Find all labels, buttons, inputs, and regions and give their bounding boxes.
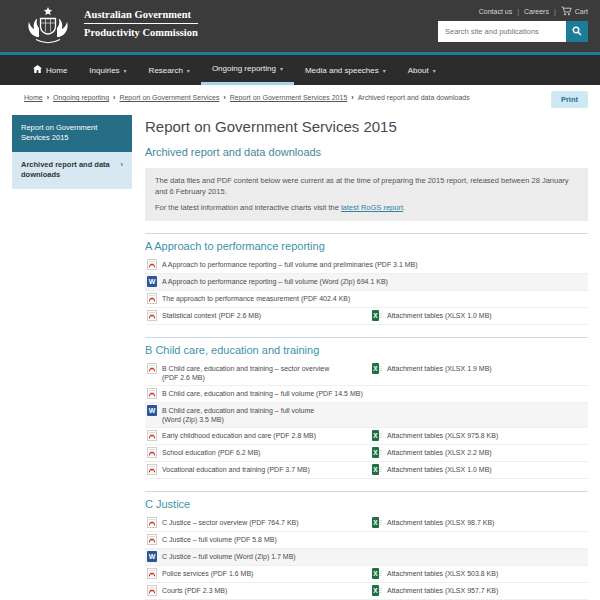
nav-item-ongoing-reporting[interactable]: Ongoing reporting▾ — [201, 55, 294, 85]
attachment-cell: XAttachment tables (XLSX 503.8 KB) — [372, 569, 586, 579]
print-button[interactable]: Print — [551, 91, 588, 108]
chevron-right-icon: › — [121, 160, 124, 181]
attachment-cell: XAttachment tables (XLSX 1.0 MB) — [372, 311, 586, 321]
breadcrumb: Home›Ongoing reporting›Report on Governm… — [24, 92, 504, 104]
file-link[interactable]: A Approach to performance reporting – fu… — [162, 277, 388, 286]
section-heading: B Child care, education and training — [145, 344, 588, 356]
breadcrumb-link[interactable]: Report on Government Services 2015 — [230, 94, 348, 101]
excel-icon: X — [372, 447, 382, 458]
attachment-link[interactable]: Attachment tables (XLSX 2.2 MB) — [387, 448, 492, 457]
section-heading: A Approach to performance reporting — [145, 240, 588, 252]
section-b: B Child care, education and trainingB Ch… — [145, 337, 588, 479]
attachment-cell: XAttachment tables (XLSX 1.0 MB) — [372, 465, 586, 475]
attachment-cell: XAttachment tables (XLSX 957.7 KB) — [372, 586, 586, 596]
attachment-link[interactable]: Attachment tables (XLSX 503.8 KB) — [387, 569, 498, 578]
svg-text:X: X — [373, 449, 378, 456]
sidebar-item-rogs-2015[interactable]: Report on Government Services 2015 — [12, 115, 132, 152]
nav-item-home[interactable]: Home — [22, 55, 78, 85]
word-icon: W — [147, 405, 157, 416]
chevron-down-icon: ▾ — [280, 65, 283, 72]
file-link[interactable]: C Justice – full volume (PDF 5.8 MB) — [162, 535, 277, 544]
pdf-icon — [147, 259, 157, 270]
chevron-down-icon: ▾ — [383, 67, 386, 74]
chevron-down-icon: ▾ — [433, 67, 436, 74]
svg-text:W: W — [149, 407, 156, 414]
main-panel: Report on Government Services 2015 Archi… — [145, 115, 588, 600]
search-input[interactable] — [438, 21, 566, 42]
site-header: Australian Government Productivity Commi… — [0, 0, 600, 55]
file-cell: A Approach to performance reporting – fu… — [147, 260, 586, 270]
file-link[interactable]: School education (PDF 6.2 MB) — [162, 448, 260, 457]
file-cell: The approach to performance measurement … — [147, 294, 586, 304]
pdf-icon — [147, 517, 157, 528]
latest-rogs-link[interactable]: latest RoGS report — [341, 203, 403, 212]
breadcrumb-separator: › — [47, 94, 49, 101]
cart-link[interactable]: Cart — [561, 6, 588, 17]
file-row: Vocational education and training (PDF 3… — [145, 462, 588, 479]
file-row: WA Approach to performance reporting – f… — [145, 274, 588, 291]
utility-link-label: Cart — [575, 8, 588, 15]
file-link[interactable]: C Justice – sector overview (PDF 764.7 K… — [162, 518, 299, 527]
breadcrumb-link[interactable]: Home — [24, 94, 43, 101]
nav-item-label: About — [408, 66, 429, 75]
attachment-link[interactable]: Attachment tables (XLSX 1.0 MB) — [387, 465, 492, 474]
attachment-link[interactable]: Attachment tables (XLSX 1.0 MB) — [387, 311, 492, 320]
svg-text:W: W — [149, 278, 156, 285]
nav-item-label: Inquiries — [89, 66, 119, 75]
file-row: C Justice – full volume (PDF 5.8 MB) — [145, 532, 588, 549]
breadcrumb-separator: › — [113, 94, 115, 101]
breadcrumb-link[interactable]: Ongoing reporting — [53, 94, 109, 101]
excel-icon: X — [372, 585, 382, 596]
attachment-link[interactable]: Attachment tables (XLSX 98.7 KB) — [387, 518, 494, 527]
search-button[interactable] — [566, 21, 588, 42]
file-row: WB Child care, education and training – … — [145, 403, 588, 428]
nav-item-inquiries[interactable]: Inquiries▾ — [78, 55, 137, 85]
file-link[interactable]: B Child care, education and training – s… — [162, 364, 329, 382]
file-link[interactable]: The approach to performance measurement … — [162, 294, 350, 303]
sidebar-item-archived-downloads[interactable]: Archived report and data downloads › — [12, 152, 132, 189]
nav-item-research[interactable]: Research▾ — [138, 55, 201, 85]
file-link[interactable]: C Justice – full volume (Word (Zip) 1.7 … — [162, 552, 296, 561]
breadcrumb-current: Archived report and data downloads — [358, 94, 470, 101]
nav-item-about[interactable]: About▾ — [397, 55, 447, 85]
file-link[interactable]: A Approach to performance reporting – fu… — [162, 260, 418, 269]
attachment-cell: XAttachment tables (XLSX 98.7 KB) — [372, 518, 586, 528]
attachment-link[interactable]: Attachment tables (XLSX 975.8 KB) — [387, 431, 498, 440]
file-cell: B Child care, education and training – s… — [147, 364, 372, 382]
svg-text:X: X — [373, 570, 378, 577]
sidebar: Report on Government Services 2015 Archi… — [12, 115, 132, 600]
file-link[interactable]: Courts (PDF 2.3 MB) — [162, 586, 227, 595]
search-icon — [572, 24, 582, 39]
section-heading: C Justice — [145, 498, 588, 510]
attachment-link[interactable]: Attachment tables (XLSX 957.7 KB) — [387, 586, 498, 595]
attachment-link[interactable]: Attachment tables (XLSX 1.9 MB) — [387, 364, 492, 373]
agency-title: Australian Government — [84, 9, 198, 24]
svg-text:X: X — [373, 312, 378, 319]
excel-icon: X — [372, 430, 382, 441]
content: Report on Government Services 2015 Archi… — [0, 108, 600, 600]
file-row: B Child care, education and training – f… — [145, 386, 588, 403]
svg-text:X: X — [373, 519, 378, 526]
excel-icon: X — [372, 310, 382, 321]
file-link[interactable]: Statistical context (PDF 2.6 MB) — [162, 311, 261, 320]
excel-icon: X — [372, 568, 382, 579]
separator: | — [554, 8, 556, 15]
breadcrumb-link[interactable]: Report on Government Services — [119, 94, 219, 101]
word-icon: W — [147, 276, 157, 287]
file-link[interactable]: B Child care, education and training – f… — [162, 406, 314, 424]
file-cell: WA Approach to performance reporting – f… — [147, 277, 586, 287]
utility-link[interactable]: Careers — [524, 8, 549, 15]
svg-text:W: W — [149, 553, 156, 560]
file-link[interactable]: Early childhood education and care (PDF … — [162, 431, 316, 440]
pdf-icon — [147, 447, 157, 458]
agency-wordmark: Australian Government Productivity Commi… — [84, 9, 198, 38]
nav-item-media-and-speeches[interactable]: Media and speeches▾ — [294, 55, 397, 85]
file-cell: Courts (PDF 2.3 MB) — [147, 586, 372, 596]
utility-link[interactable]: Contact us — [479, 8, 512, 15]
file-link[interactable]: Vocational education and training (PDF 3… — [162, 465, 310, 474]
attachment-cell: XAttachment tables (XLSX 1.9 MB) — [372, 364, 586, 374]
pdf-icon — [147, 363, 157, 374]
file-link[interactable]: Police services (PDF 1.6 MB) — [162, 569, 253, 578]
pdf-icon — [147, 534, 157, 545]
file-link[interactable]: B Child care, education and training – f… — [162, 389, 363, 398]
